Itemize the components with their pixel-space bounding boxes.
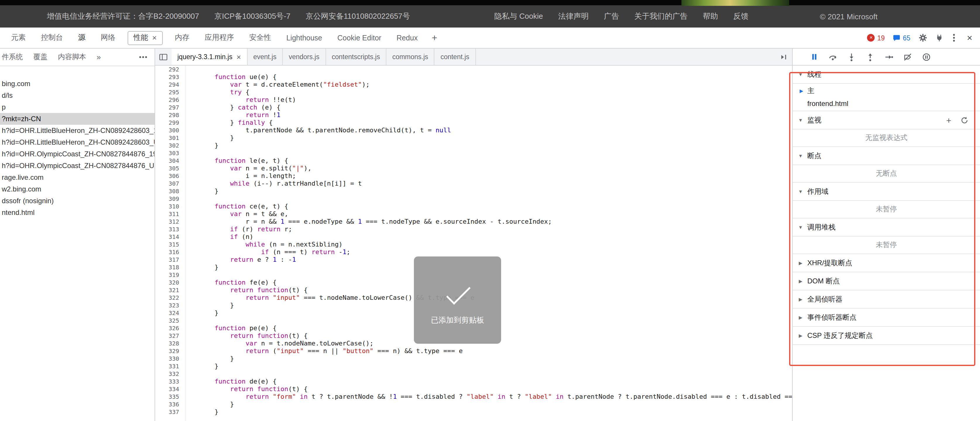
file-item[interactable]: d/ls: [0, 89, 154, 101]
devtools-tab[interactable]: Redux: [389, 27, 425, 48]
extension-plug-icon[interactable]: [935, 34, 943, 41]
code-line[interactable]: function le(e, t) {: [199, 157, 792, 164]
code-line[interactable]: i = n.length;: [199, 172, 792, 180]
editor-tab[interactable]: contentscripts.js: [326, 49, 387, 65]
line-number[interactable]: 302: [155, 142, 179, 149]
line-number[interactable]: 298: [155, 111, 179, 119]
more-options-kebab-icon[interactable]: [951, 34, 956, 41]
line-number[interactable]: 317: [155, 256, 179, 263]
code-line[interactable]: [199, 195, 792, 203]
navigator-tab[interactable]: 内容脚本: [58, 52, 86, 62]
code-line[interactable]: if (r) return r;: [199, 225, 792, 233]
code-line[interactable]: [199, 65, 792, 73]
code-line[interactable]: var n = t && e,: [199, 210, 792, 218]
line-number[interactable]: 329: [155, 347, 179, 355]
step-over-button[interactable]: [828, 53, 837, 61]
line-number[interactable]: 321: [155, 286, 179, 294]
code-line[interactable]: function ue(e) {: [199, 73, 792, 81]
code-line[interactable]: if (n === t) return -1;: [199, 248, 792, 256]
line-number[interactable]: 312: [155, 218, 179, 225]
editor-tab[interactable]: content.js: [435, 49, 476, 65]
line-number[interactable]: 310: [155, 203, 179, 210]
line-number[interactable]: 314: [155, 233, 179, 241]
line-number[interactable]: 305: [155, 164, 179, 172]
line-number[interactable]: 324: [155, 309, 179, 317]
line-number[interactable]: 301: [155, 134, 179, 142]
show-drawer-icon[interactable]: [776, 49, 792, 65]
devtools-tab[interactable]: 性能×: [127, 31, 162, 45]
editor-tab[interactable]: event.js: [247, 49, 283, 65]
pause-resume-button[interactable]: [810, 53, 818, 61]
footer-link[interactable]: 法律声明: [558, 11, 589, 22]
line-number[interactable]: 320: [155, 279, 179, 286]
close-icon[interactable]: ×: [152, 34, 157, 41]
devtools-tab[interactable]: 安全性: [242, 27, 278, 48]
line-number[interactable]: 325: [155, 317, 179, 324]
line-number[interactable]: 333: [155, 378, 179, 385]
line-number[interactable]: 327: [155, 332, 179, 340]
line-number[interactable]: 306: [155, 172, 179, 180]
file-item[interactable]: dssofr (nosignin): [0, 195, 154, 207]
devtools-tab[interactable]: 元素: [3, 27, 33, 48]
code-line[interactable]: }: [199, 400, 792, 408]
code-line[interactable]: return !!e(t): [199, 96, 792, 104]
section-header[interactable]: ▼调用堆栈: [793, 218, 980, 236]
line-number[interactable]: 296: [155, 96, 179, 104]
devtools-tab[interactable]: 网络: [93, 27, 123, 48]
file-item[interactable]: h?id=OHR.OlympicCoast_ZH-CN0827844876_UH: [0, 160, 154, 172]
issues-badge[interactable]: 65: [893, 34, 911, 41]
code-line[interactable]: return !1: [199, 111, 792, 119]
step-out-button[interactable]: [866, 53, 875, 61]
section-header[interactable]: ▼断点: [793, 147, 980, 165]
code-line[interactable]: while (n = n.nextSibling): [199, 241, 792, 248]
line-number[interactable]: 335: [155, 393, 179, 400]
file-item[interactable]: h?id=OHR.OlympicCoast_ZH-CN0827844876_19: [0, 148, 154, 160]
code-line[interactable]: var t = d.createElement("fieldset");: [199, 81, 792, 88]
devtools-tab[interactable]: Cookie Editor: [330, 27, 389, 48]
line-number[interactable]: 328: [155, 340, 179, 347]
line-number[interactable]: 303: [155, 149, 179, 157]
line-number[interactable]: 326: [155, 324, 179, 332]
footer-link[interactable]: 反馈: [733, 11, 748, 22]
line-number[interactable]: 337: [155, 408, 179, 416]
navigator-overflow-icon[interactable]: [139, 56, 147, 58]
line-number[interactable]: 322: [155, 294, 179, 301]
code-line[interactable]: r = n && 1 === e.nodeType && 1 === t.nod…: [199, 218, 792, 225]
line-number[interactable]: 311: [155, 210, 179, 218]
code-line[interactable]: while (i--) r.attrHandle[n[i]] = t: [199, 180, 792, 187]
step-button[interactable]: [885, 53, 893, 61]
code-line[interactable]: var n = e.split("|"),: [199, 164, 792, 172]
line-number[interactable]: 292: [155, 65, 179, 73]
code-line[interactable]: return ("input" === n || "button" === n)…: [199, 347, 792, 355]
file-item[interactable]: ntend.html: [0, 207, 154, 218]
add-watch-expression-icon[interactable]: +: [946, 116, 951, 124]
devtools-tab[interactable]: 应用程序: [197, 27, 242, 48]
line-number[interactable]: 331: [155, 362, 179, 370]
section-header[interactable]: ▼监视+: [793, 111, 980, 129]
code-line[interactable]: return function(t) {: [199, 385, 792, 393]
code-line[interactable]: }: [199, 142, 792, 149]
code-line[interactable]: }: [199, 408, 792, 416]
section-header[interactable]: ▼线程: [793, 65, 980, 84]
deactivate-breakpoints-button[interactable]: [903, 53, 912, 61]
step-into-button[interactable]: [847, 53, 856, 61]
line-number[interactable]: 297: [155, 104, 179, 111]
error-badge[interactable]: × 19: [867, 34, 885, 41]
more-tabs-chevron-icon[interactable]: »: [97, 53, 101, 62]
devtools-tab[interactable]: 内存: [167, 27, 197, 48]
navigator-tab[interactable]: 覆盖: [33, 52, 48, 62]
line-number[interactable]: 315: [155, 241, 179, 248]
code-line[interactable]: }: [199, 362, 792, 370]
line-number[interactable]: 309: [155, 195, 179, 203]
line-number[interactable]: 336: [155, 400, 179, 408]
file-item[interactable]: rage.live.com: [0, 172, 154, 183]
file-item[interactable]: h?id=OHR.LittleBlueHeron_ZH-CN0892428603…: [0, 136, 154, 148]
line-number[interactable]: 307: [155, 180, 179, 187]
line-number[interactable]: 313: [155, 225, 179, 233]
line-number[interactable]: 304: [155, 157, 179, 164]
footer-link[interactable]: 帮助: [703, 11, 718, 22]
editor-tab[interactable]: jquery-3.3.1.min.js×: [172, 49, 247, 65]
code-line[interactable]: return "form" in t ? t.parentNode && !1 …: [199, 393, 792, 400]
code-line[interactable]: } finally {: [199, 119, 792, 126]
navigator-tab[interactable]: 件系统: [2, 52, 23, 62]
